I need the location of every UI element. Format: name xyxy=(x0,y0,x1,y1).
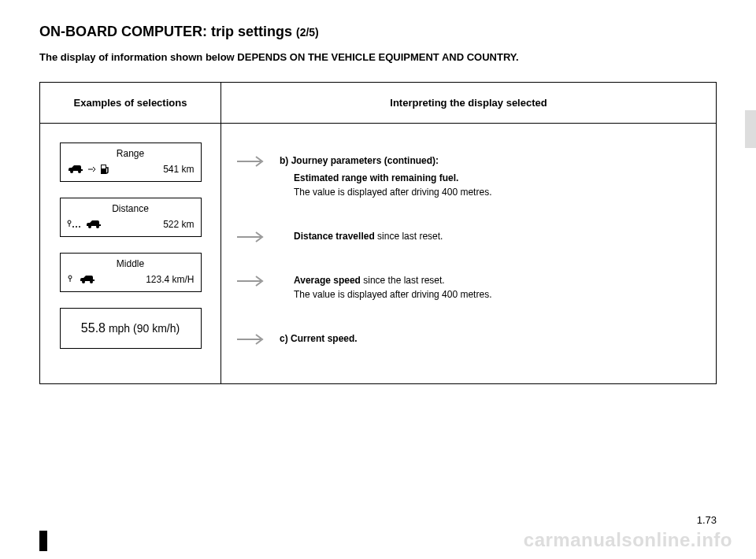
desc-row-range: b) Journey parameters (continued): Estim… xyxy=(235,154,702,199)
display-label: Distance xyxy=(67,203,195,214)
arrow-right-icon xyxy=(235,275,267,287)
display-value: 541 km xyxy=(109,164,195,175)
title-main: ON-BOARD COMPUTER: trip settings xyxy=(39,24,296,39)
car-icon xyxy=(79,275,96,284)
pin-dots-icon xyxy=(67,220,81,229)
svg-point-11 xyxy=(82,280,85,283)
arrow-right-icon xyxy=(235,231,267,243)
watermark: carmanualsonline.info xyxy=(524,529,732,551)
display-label: Middle xyxy=(67,258,195,269)
pin-icon xyxy=(67,275,75,284)
equipment-notice: The display of information shown below D… xyxy=(39,51,717,63)
display-box-range: Range 541 km xyxy=(60,143,202,182)
desc-bold: Distance travelled xyxy=(294,231,375,242)
side-tab xyxy=(745,110,756,148)
svg-point-8 xyxy=(88,225,91,228)
title-sub: (2/5) xyxy=(296,26,319,39)
svg-rect-3 xyxy=(102,165,106,168)
speed-value: 55.8 xyxy=(81,321,106,335)
desc-rest: since the last reset. xyxy=(361,275,445,286)
col-header-interpret: Interpreting the display selected xyxy=(221,83,717,124)
section-lead: c) Current speed. xyxy=(280,333,358,344)
desc-detail: The value is displayed after driving 400… xyxy=(294,187,491,198)
desc-row-middle: Average speed since the last reset. The … xyxy=(235,273,702,302)
svg-point-4 xyxy=(68,220,71,224)
desc-rest: since last reset. xyxy=(375,231,443,242)
fuel-pump-icon xyxy=(100,164,109,175)
car-icon xyxy=(67,165,84,174)
display-box-speed: 55.8 mph (90 km/h) xyxy=(60,308,202,349)
display-box-middle: Middle 123.4 km/H xyxy=(60,253,202,292)
desc-row-speed: c) Current speed. xyxy=(235,331,702,346)
table-body-row: Range 541 km Distance xyxy=(40,124,717,384)
black-bar xyxy=(39,531,47,551)
settings-table: Examples of selections Interpreting the … xyxy=(39,82,717,384)
svg-point-6 xyxy=(76,226,77,228)
desc-bold: Average speed xyxy=(294,275,361,286)
speed-unit: mph (90 km/h) xyxy=(106,322,180,335)
svg-point-12 xyxy=(90,280,93,283)
svg-point-10 xyxy=(69,276,72,279)
arrow-right-icon xyxy=(235,155,267,168)
svg-point-1 xyxy=(78,170,81,173)
svg-point-5 xyxy=(72,226,74,228)
svg-point-7 xyxy=(79,226,80,228)
svg-point-9 xyxy=(96,225,99,228)
svg-point-0 xyxy=(70,170,73,173)
desc-row-distance: Distance travelled since last reset. xyxy=(235,229,702,243)
section-lead: b) Journey parameters (continued): xyxy=(280,155,439,166)
display-value: 123.4 km/H xyxy=(96,274,195,285)
car-icon xyxy=(85,220,102,229)
col-header-examples: Examples of selections xyxy=(40,83,221,124)
arrow-right-icon xyxy=(235,333,267,346)
display-box-distance: Distance 522 km xyxy=(60,198,202,237)
display-value: 522 km xyxy=(102,219,195,230)
desc-detail: The value is displayed after driving 400… xyxy=(294,289,491,300)
desc-bold: Estimated range with remaining fuel. xyxy=(294,172,458,183)
display-label: Range xyxy=(67,148,195,159)
arrow-small-icon xyxy=(88,166,96,172)
page-title: ON-BOARD COMPUTER: trip settings (2/5) xyxy=(39,24,717,40)
page-number: 1.73 xyxy=(697,514,717,526)
